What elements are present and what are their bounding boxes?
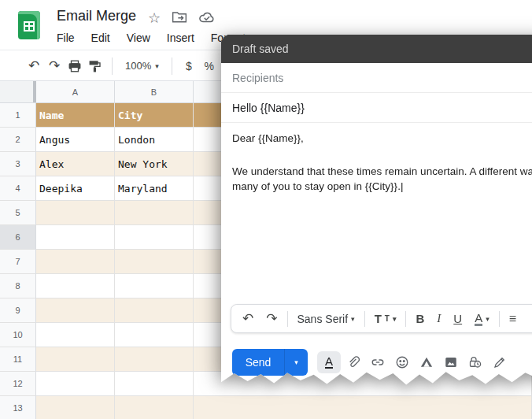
- cell[interactable]: [115, 298, 194, 323]
- row-number[interactable]: 2: [0, 128, 36, 152]
- message-body[interactable]: Dear {{Name}}, We understand that these …: [221, 123, 532, 194]
- align-button[interactable]: ≡: [503, 312, 522, 326]
- insert-signature-icon[interactable]: [487, 355, 512, 369]
- cell[interactable]: [115, 372, 194, 396]
- paint-format-icon[interactable]: [85, 59, 105, 73]
- italic-button[interactable]: I: [430, 312, 447, 325]
- body-line-1: We understand that these times remain un…: [232, 164, 532, 179]
- cell[interactable]: [115, 250, 194, 274]
- formatting-options-button[interactable]: A: [317, 351, 341, 373]
- cell[interactable]: [36, 274, 115, 298]
- cell[interactable]: [115, 274, 194, 298]
- star-icon[interactable]: ☆: [148, 11, 161, 25]
- cell[interactable]: [36, 396, 115, 419]
- row-number[interactable]: 10: [0, 323, 36, 347]
- redo-icon[interactable]: ↷: [44, 59, 65, 72]
- cell[interactable]: [115, 201, 194, 225]
- cell-a1[interactable]: Name: [36, 103, 115, 128]
- sheets-logo-icon[interactable]: [18, 11, 40, 39]
- select-all-corner[interactable]: [0, 81, 36, 102]
- insert-link-icon[interactable]: [365, 355, 390, 369]
- text-cursor: |: [401, 180, 404, 192]
- row-number[interactable]: 5: [0, 201, 36, 225]
- currency-format-button[interactable]: $: [179, 60, 199, 72]
- menu-file[interactable]: File: [57, 32, 75, 44]
- row-number[interactable]: 7: [0, 250, 36, 274]
- recipients-field[interactable]: Recipients: [221, 63, 532, 93]
- compose-header[interactable]: Draft saved: [221, 35, 532, 63]
- cell-b4[interactable]: Maryland: [115, 176, 194, 201]
- font-size-selector[interactable]: TT ▾: [368, 312, 403, 325]
- cell[interactable]: [115, 396, 194, 419]
- send-options-caret[interactable]: ▾: [284, 349, 308, 376]
- column-header-b[interactable]: B: [115, 81, 194, 102]
- sheets-grid-glyph: [24, 21, 35, 32]
- menu-view[interactable]: View: [127, 32, 150, 44]
- undo-icon[interactable]: ↶: [24, 59, 44, 72]
- zoom-selector[interactable]: 100% ▾: [119, 60, 165, 72]
- confidential-mode-icon[interactable]: [463, 355, 487, 369]
- send-label[interactable]: Send: [232, 349, 284, 376]
- cell[interactable]: [36, 298, 115, 323]
- insert-emoji-icon[interactable]: [390, 355, 414, 369]
- row-number-selected[interactable]: 6: [0, 225, 36, 250]
- body-line-2: many of you to stay open in {{City}}.|: [232, 179, 532, 194]
- cell[interactable]: [115, 347, 194, 372]
- cell[interactable]: [115, 323, 194, 347]
- cell[interactable]: [36, 372, 115, 396]
- formatting-toolbar: ↶ ↷ Sans Serif ▾ TT ▾ B I U A ▾: [231, 304, 532, 333]
- chevron-down-icon: ▾: [155, 62, 159, 70]
- row-number[interactable]: 11: [0, 347, 36, 372]
- cell[interactable]: [115, 225, 194, 250]
- draft-status: Draft saved: [232, 43, 289, 55]
- cell[interactable]: [194, 396, 532, 419]
- menu-insert[interactable]: Insert: [167, 32, 194, 44]
- cell-a2[interactable]: Angus: [36, 128, 115, 152]
- cell-a4[interactable]: Deepika: [36, 176, 115, 201]
- row-number[interactable]: 13: [0, 396, 36, 419]
- chevron-down-icon: ▾: [486, 315, 490, 323]
- row-number[interactable]: 1: [0, 103, 36, 128]
- cloud-check-icon[interactable]: [198, 10, 216, 27]
- row-number[interactable]: 12: [0, 372, 36, 396]
- cell[interactable]: [36, 323, 115, 347]
- cell-b2[interactable]: London: [115, 128, 194, 152]
- menubar: File Edit View Insert Format: [57, 32, 246, 44]
- document-title[interactable]: Email Merge: [57, 8, 136, 24]
- undo-icon[interactable]: ↶: [236, 312, 260, 325]
- row-number[interactable]: 9: [0, 298, 36, 323]
- font-family-selector[interactable]: Sans Serif ▾: [291, 313, 361, 325]
- compose-window-shadow: Draft saved Recipients Hello {{Name}} De…: [221, 35, 532, 387]
- row-number[interactable]: 4: [0, 176, 36, 201]
- row-number[interactable]: 3: [0, 152, 36, 176]
- send-button[interactable]: Send ▾: [232, 349, 308, 376]
- cell-a3[interactable]: Alex: [36, 152, 115, 176]
- insert-photo-icon[interactable]: [438, 355, 463, 369]
- percent-format-button[interactable]: %: [199, 60, 220, 72]
- body-salutation: Dear {{Name}},: [232, 132, 532, 145]
- cell[interactable]: [36, 225, 115, 250]
- column-header-a[interactable]: A: [36, 81, 115, 102]
- zoom-value: 100%: [125, 60, 151, 72]
- menu-edit[interactable]: Edit: [91, 32, 110, 44]
- attach-file-icon[interactable]: [341, 355, 365, 369]
- cell[interactable]: [36, 250, 115, 274]
- move-folder-icon[interactable]: [172, 9, 187, 27]
- print-icon[interactable]: [65, 59, 85, 73]
- cell[interactable]: [36, 347, 115, 372]
- bold-button[interactable]: B: [409, 312, 430, 325]
- drive-icon[interactable]: [414, 355, 438, 369]
- row-number[interactable]: 8: [0, 274, 36, 298]
- subject-field[interactable]: Hello {{Name}}: [221, 94, 532, 123]
- underline-button[interactable]: U: [447, 312, 468, 325]
- title-icons: ☆: [148, 9, 216, 27]
- cell[interactable]: [36, 201, 115, 225]
- text-color-button[interactable]: A ▾: [468, 312, 496, 326]
- redo-icon[interactable]: ↷: [260, 312, 283, 325]
- table-row: 13: [0, 396, 532, 419]
- chevron-down-icon: ▾: [393, 315, 397, 323]
- cell-b3[interactable]: New York: [115, 152, 194, 176]
- compose-window: Draft saved Recipients Hello {{Name}} De…: [221, 35, 532, 387]
- cell-b1[interactable]: City: [115, 103, 194, 128]
- screen: Email Merge ☆ File Edit View Insert Form…: [0, 0, 532, 419]
